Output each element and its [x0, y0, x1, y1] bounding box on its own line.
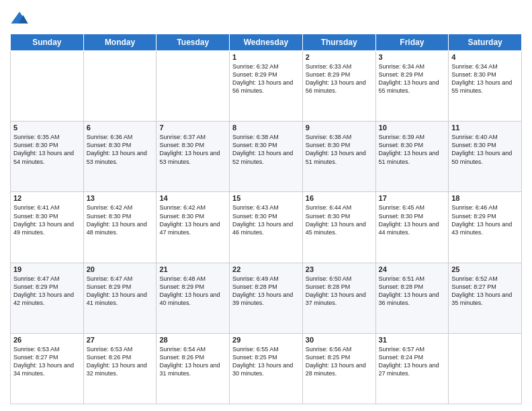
day-cell: 30Sunrise: 6:56 AM Sunset: 8:25 PM Dayli…: [302, 333, 375, 404]
header: [10, 7, 522, 28]
day-cell: 1Sunrise: 6:32 AM Sunset: 8:29 PM Daylig…: [230, 51, 303, 122]
day-cell: 14Sunrise: 6:42 AM Sunset: 8:30 PM Dayli…: [157, 192, 230, 263]
day-info: Sunrise: 6:41 AM Sunset: 8:30 PM Dayligh…: [13, 203, 81, 236]
day-info: Sunrise: 6:39 AM Sunset: 8:30 PM Dayligh…: [379, 133, 446, 166]
day-number: 13: [87, 194, 154, 202]
day-cell: [449, 333, 522, 404]
day-cell: 6Sunrise: 6:36 AM Sunset: 8:30 PM Daylig…: [83, 122, 157, 192]
day-cell: [11, 51, 84, 122]
day-info: Sunrise: 6:47 AM Sunset: 8:29 PM Dayligh…: [87, 275, 154, 308]
header-row: SundayMondayTuesdayWednesdayThursdayFrid…: [11, 34, 522, 51]
logo-icon: [10, 9, 29, 28]
day-number: 24: [379, 265, 446, 273]
day-number: 5: [13, 124, 81, 132]
day-info: Sunrise: 6:34 AM Sunset: 8:29 PM Dayligh…: [379, 62, 446, 95]
day-number: 31: [379, 336, 446, 344]
day-number: 12: [13, 194, 81, 202]
day-info: Sunrise: 6:36 AM Sunset: 8:30 PM Dayligh…: [87, 133, 154, 166]
day-cell: 9Sunrise: 6:38 AM Sunset: 8:30 PM Daylig…: [302, 122, 375, 192]
day-number: 25: [451, 265, 519, 273]
day-cell: 16Sunrise: 6:44 AM Sunset: 8:30 PM Dayli…: [302, 192, 375, 263]
day-info: Sunrise: 6:32 AM Sunset: 8:29 PM Dayligh…: [232, 62, 300, 95]
calendar-header: SundayMondayTuesdayWednesdayThursdayFrid…: [11, 34, 522, 51]
day-number: 11: [451, 124, 519, 132]
day-cell: 12Sunrise: 6:41 AM Sunset: 8:30 PM Dayli…: [11, 192, 84, 263]
day-number: 28: [159, 336, 226, 344]
day-number: 3: [379, 53, 446, 61]
day-cell: 13Sunrise: 6:42 AM Sunset: 8:30 PM Dayli…: [83, 192, 157, 263]
day-cell: 15Sunrise: 6:43 AM Sunset: 8:30 PM Dayli…: [230, 192, 303, 263]
day-info: Sunrise: 6:42 AM Sunset: 8:30 PM Dayligh…: [159, 203, 226, 236]
day-info: Sunrise: 6:38 AM Sunset: 8:30 PM Dayligh…: [232, 133, 300, 166]
week-row-0: 1Sunrise: 6:32 AM Sunset: 8:29 PM Daylig…: [11, 51, 522, 122]
day-header-sunday: Sunday: [11, 34, 84, 51]
day-header-saturday: Saturday: [449, 34, 522, 51]
day-number: 1: [232, 53, 300, 61]
day-number: 20: [87, 265, 154, 273]
day-cell: 5Sunrise: 6:35 AM Sunset: 8:30 PM Daylig…: [11, 122, 84, 192]
day-number: 23: [306, 265, 373, 273]
day-info: Sunrise: 6:49 AM Sunset: 8:28 PM Dayligh…: [232, 275, 300, 308]
day-info: Sunrise: 6:53 AM Sunset: 8:26 PM Dayligh…: [87, 345, 154, 378]
day-number: 26: [13, 336, 81, 344]
day-cell: 4Sunrise: 6:34 AM Sunset: 8:30 PM Daylig…: [449, 51, 522, 122]
day-info: Sunrise: 6:34 AM Sunset: 8:30 PM Dayligh…: [451, 62, 519, 95]
day-cell: [157, 51, 230, 122]
day-number: 22: [232, 265, 300, 273]
day-number: 19: [13, 265, 81, 273]
day-cell: 22Sunrise: 6:49 AM Sunset: 8:28 PM Dayli…: [230, 263, 303, 333]
day-number: 10: [379, 124, 446, 132]
day-cell: 21Sunrise: 6:48 AM Sunset: 8:29 PM Dayli…: [157, 263, 230, 333]
day-cell: 3Sunrise: 6:34 AM Sunset: 8:29 PM Daylig…: [375, 51, 449, 122]
day-cell: 29Sunrise: 6:55 AM Sunset: 8:25 PM Dayli…: [230, 333, 303, 404]
day-info: Sunrise: 6:38 AM Sunset: 8:30 PM Dayligh…: [306, 133, 373, 166]
day-cell: 26Sunrise: 6:53 AM Sunset: 8:27 PM Dayli…: [11, 333, 84, 404]
day-info: Sunrise: 6:37 AM Sunset: 8:30 PM Dayligh…: [159, 133, 226, 166]
day-info: Sunrise: 6:33 AM Sunset: 8:29 PM Dayligh…: [306, 62, 373, 95]
day-cell: 20Sunrise: 6:47 AM Sunset: 8:29 PM Dayli…: [83, 263, 157, 333]
day-cell: 18Sunrise: 6:46 AM Sunset: 8:29 PM Dayli…: [449, 192, 522, 263]
day-number: 18: [451, 194, 519, 202]
logo: [10, 9, 32, 28]
day-number: 15: [232, 194, 300, 202]
day-number: 6: [87, 124, 154, 132]
day-cell: 10Sunrise: 6:39 AM Sunset: 8:30 PM Dayli…: [375, 122, 449, 192]
day-cell: [83, 51, 157, 122]
calendar-table: SundayMondayTuesdayWednesdayThursdayFrid…: [10, 34, 522, 404]
day-cell: 25Sunrise: 6:52 AM Sunset: 8:27 PM Dayli…: [449, 263, 522, 333]
week-row-4: 26Sunrise: 6:53 AM Sunset: 8:27 PM Dayli…: [11, 333, 522, 404]
day-number: 29: [232, 336, 300, 344]
day-info: Sunrise: 6:40 AM Sunset: 8:30 PM Dayligh…: [451, 133, 519, 166]
day-info: Sunrise: 6:57 AM Sunset: 8:24 PM Dayligh…: [379, 345, 446, 378]
day-info: Sunrise: 6:35 AM Sunset: 8:30 PM Dayligh…: [13, 133, 81, 166]
day-cell: 2Sunrise: 6:33 AM Sunset: 8:29 PM Daylig…: [302, 51, 375, 122]
day-info: Sunrise: 6:51 AM Sunset: 8:28 PM Dayligh…: [379, 275, 446, 308]
day-cell: 27Sunrise: 6:53 AM Sunset: 8:26 PM Dayli…: [83, 333, 157, 404]
day-info: Sunrise: 6:46 AM Sunset: 8:29 PM Dayligh…: [451, 203, 519, 236]
day-cell: 7Sunrise: 6:37 AM Sunset: 8:30 PM Daylig…: [157, 122, 230, 192]
day-info: Sunrise: 6:44 AM Sunset: 8:30 PM Dayligh…: [306, 203, 373, 236]
day-cell: 28Sunrise: 6:54 AM Sunset: 8:26 PM Dayli…: [157, 333, 230, 404]
day-number: 7: [159, 124, 226, 132]
week-row-3: 19Sunrise: 6:47 AM Sunset: 8:29 PM Dayli…: [11, 263, 522, 333]
day-number: 27: [87, 336, 154, 344]
week-row-2: 12Sunrise: 6:41 AM Sunset: 8:30 PM Dayli…: [11, 192, 522, 263]
day-header-monday: Monday: [83, 34, 157, 51]
day-info: Sunrise: 6:45 AM Sunset: 8:30 PM Dayligh…: [379, 203, 446, 236]
day-number: 9: [306, 124, 373, 132]
day-info: Sunrise: 6:54 AM Sunset: 8:26 PM Dayligh…: [159, 345, 226, 378]
day-header-wednesday: Wednesday: [230, 34, 303, 51]
day-header-thursday: Thursday: [302, 34, 375, 51]
day-info: Sunrise: 6:53 AM Sunset: 8:27 PM Dayligh…: [13, 345, 81, 378]
day-info: Sunrise: 6:47 AM Sunset: 8:29 PM Dayligh…: [13, 275, 81, 308]
day-cell: 23Sunrise: 6:50 AM Sunset: 8:28 PM Dayli…: [302, 263, 375, 333]
day-number: 8: [232, 124, 300, 132]
week-row-1: 5Sunrise: 6:35 AM Sunset: 8:30 PM Daylig…: [11, 122, 522, 192]
day-header-tuesday: Tuesday: [157, 34, 230, 51]
day-cell: 19Sunrise: 6:47 AM Sunset: 8:29 PM Dayli…: [11, 263, 84, 333]
day-info: Sunrise: 6:55 AM Sunset: 8:25 PM Dayligh…: [232, 345, 300, 378]
day-info: Sunrise: 6:50 AM Sunset: 8:28 PM Dayligh…: [306, 275, 373, 308]
day-info: Sunrise: 6:48 AM Sunset: 8:29 PM Dayligh…: [159, 275, 226, 308]
day-number: 14: [159, 194, 226, 202]
day-number: 2: [306, 53, 373, 61]
